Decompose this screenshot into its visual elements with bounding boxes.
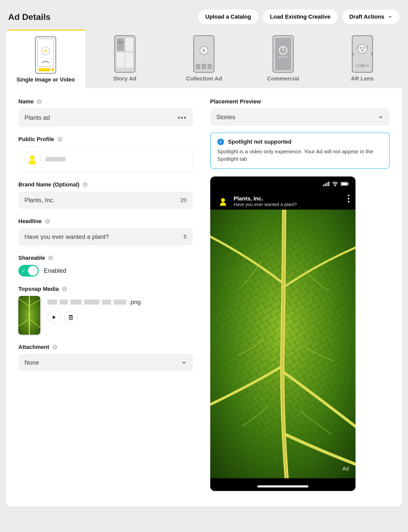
ar-lens-icon — [352, 35, 373, 73]
svg-rect-59 — [341, 183, 347, 185]
brand-name-label: Brand Name (Optional) i — [18, 181, 193, 188]
tab-label: Collection Ad — [167, 75, 241, 82]
attachment-label: Attachment i — [18, 344, 193, 350]
load-existing-button[interactable]: Load Existing Creative — [263, 9, 338, 24]
chevron-down-icon — [388, 15, 392, 19]
name-value: Plants ad — [24, 114, 50, 121]
notice-body: Spotlight is a video only experience. Yo… — [217, 148, 383, 163]
brand-name-input[interactable]: Plants, Inc. 20 — [18, 192, 193, 209]
headline-input[interactable]: Have you ever wanted a plant? 5 — [18, 228, 193, 245]
attachment-value: None — [24, 359, 39, 366]
svg-rect-21 — [283, 47, 284, 48]
info-icon[interactable]: i — [62, 287, 67, 292]
page-title: Ad Details — [8, 12, 50, 22]
preview-headline: Have you ever wanted a plant? — [234, 202, 297, 207]
svg-rect-5 — [51, 68, 54, 71]
filename-redacted: .png — [47, 298, 193, 306]
tab-single-image-video[interactable]: Single Image or Video — [6, 30, 85, 88]
svg-rect-60 — [348, 183, 349, 185]
svg-rect-10 — [117, 52, 124, 68]
preview-header: Plants, Inc. Have you ever wanted a plan… — [210, 192, 356, 211]
ad-type-tabs: Single Image or Video Ad Story Ad — [6, 30, 402, 88]
tab-label: Commercial — [246, 75, 320, 82]
chevron-down-icon — [181, 360, 187, 365]
info-icon[interactable]: i — [83, 182, 88, 187]
info-icon[interactable]: i — [52, 345, 57, 350]
svg-rect-15 — [196, 64, 200, 69]
tab-collection-ad[interactable]: Collection Ad — [164, 30, 244, 88]
shareable-label: Shareable i — [18, 255, 193, 261]
load-existing-label: Load Existing Creative — [270, 13, 331, 20]
svg-rect-16 — [202, 64, 206, 69]
tab-commercial[interactable]: Commercial — [244, 30, 323, 88]
upload-catalog-button[interactable]: Upload a Catalog — [198, 9, 259, 24]
placement-value: Stories — [216, 114, 235, 121]
tab-label: Single Image or Video — [9, 76, 83, 83]
tab-label: AR Lens — [325, 75, 399, 82]
preview-brand-name: Plants, Inc. — [234, 195, 297, 202]
svg-text:Ad: Ad — [119, 41, 123, 44]
headline-label: Headline i — [18, 218, 193, 225]
svg-marker-48 — [53, 316, 56, 319]
public-profile-selector[interactable] — [18, 146, 193, 172]
svg-point-27 — [285, 57, 286, 58]
headline-char-counter: 5 — [183, 234, 187, 240]
delete-media-button[interactable] — [64, 311, 77, 324]
svg-rect-55 — [326, 183, 327, 186]
kebab-menu-icon[interactable] — [348, 193, 349, 204]
svg-point-35 — [361, 50, 363, 51]
status-bar — [323, 182, 349, 186]
svg-rect-49 — [69, 316, 72, 320]
commercial-icon — [272, 35, 294, 73]
info-icon[interactable]: i — [48, 255, 53, 261]
svg-point-24 — [279, 57, 280, 58]
collection-ad-icon — [193, 35, 215, 73]
svg-rect-4 — [38, 68, 50, 71]
notice-title: Spotlight not supported — [228, 139, 292, 145]
spotlight-notice: i Spotlight not supported Spotlight is a… — [210, 132, 390, 169]
brand-char-counter: 20 — [180, 197, 187, 203]
page-header: Ad Details Upload a Catalog Load Existin… — [6, 6, 402, 30]
svg-point-57 — [335, 185, 335, 186]
tab-ar-lens[interactable]: AR Lens — [323, 30, 402, 88]
public-profile-label: Public Profile i — [18, 136, 193, 143]
ad-badge: Ad — [343, 466, 349, 472]
name-input[interactable]: Plants ad ••• — [18, 108, 193, 127]
svg-rect-54 — [325, 184, 326, 186]
media-thumbnail[interactable] — [18, 296, 40, 335]
shareable-state: Enabled — [44, 267, 66, 274]
info-icon: i — [217, 139, 224, 145]
toggle-knob — [28, 266, 38, 276]
form-column: Name i Plants ad ••• Public Profile i Br… — [6, 88, 204, 506]
svg-point-26 — [283, 57, 284, 58]
header-actions: Upload a Catalog Load Existing Creative … — [198, 9, 400, 24]
svg-rect-56 — [328, 182, 329, 186]
more-icon[interactable]: ••• — [178, 114, 187, 122]
placement-preview-label: Placement Preview — [210, 98, 390, 105]
attachment-select[interactable]: None — [18, 354, 193, 371]
svg-rect-7 — [117, 38, 124, 51]
check-icon: ✓ — [22, 268, 25, 273]
tab-story-ad[interactable]: Ad Story Ad — [85, 30, 165, 88]
svg-point-33 — [360, 47, 362, 49]
draft-actions-button[interactable]: Draft Actions — [342, 9, 400, 24]
profile-name-redacted — [46, 157, 65, 161]
preview-avatar — [216, 195, 230, 208]
brand-name-value: Plants, Inc. — [24, 197, 55, 204]
svg-point-28 — [287, 57, 288, 58]
info-icon[interactable]: i — [37, 99, 42, 104]
svg-point-41 — [30, 155, 35, 160]
play-media-button[interactable] — [47, 311, 61, 324]
svg-rect-9 — [125, 38, 133, 51]
svg-rect-53 — [323, 185, 324, 186]
shareable-toggle[interactable]: ✓ — [18, 265, 39, 277]
svg-point-38 — [361, 64, 364, 67]
single-image-icon — [35, 36, 56, 74]
svg-point-32 — [358, 44, 367, 53]
svg-rect-11 — [125, 52, 133, 68]
chevron-down-icon — [378, 114, 384, 120]
info-icon[interactable]: i — [45, 219, 50, 224]
placement-select[interactable]: Stories — [210, 108, 390, 126]
info-icon[interactable]: i — [57, 137, 62, 142]
play-icon — [51, 315, 57, 320]
